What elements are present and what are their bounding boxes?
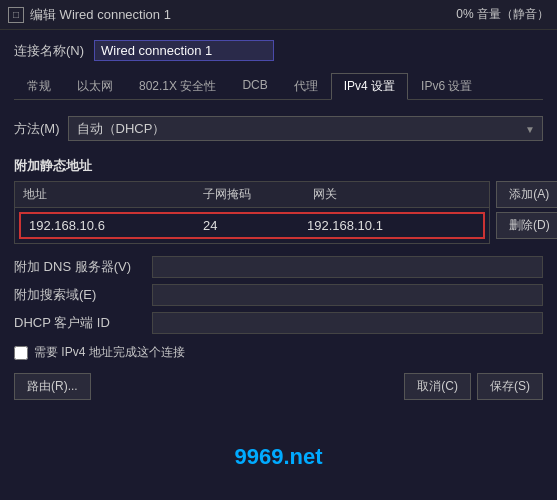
extra-fields: 附加 DNS 服务器(V) 附加搜索域(E) DHCP 客户端 ID (14, 256, 543, 334)
search-domain-label: 附加搜索域(E) (14, 286, 144, 304)
addr-input[interactable] (21, 214, 195, 237)
table-buttons: 添加(A) 删除(D) (496, 181, 557, 244)
search-domain-input[interactable] (152, 284, 543, 306)
tab-general[interactable]: 常规 (14, 73, 64, 99)
connection-name-row: 连接名称(N) (14, 40, 543, 61)
save-button[interactable]: 保存(S) (477, 373, 543, 400)
delete-button[interactable]: 删除(D) (496, 212, 557, 239)
checkbox-label: 需要 IPv4 地址完成这个连接 (34, 344, 185, 361)
col-header-gw: 网关 (305, 182, 489, 207)
tab-security[interactable]: 802.1X 安全性 (126, 73, 229, 99)
dns-server-input[interactable] (152, 256, 543, 278)
method-label: 方法(M) (14, 120, 60, 138)
dhcp-client-id-row: DHCP 客户端 ID (14, 312, 543, 334)
route-button[interactable]: 路由(R)... (14, 373, 91, 400)
window-title: 编辑 Wired connection 1 (30, 6, 171, 24)
main-content: 连接名称(N) 常规 以太网 802.1X 安全性 DCB 代理 IPv4 设置… (0, 30, 557, 500)
dns-server-label: 附加 DNS 服务器(V) (14, 258, 144, 276)
checkbox-row: 需要 IPv4 地址完成这个连接 (14, 344, 543, 361)
cancel-button[interactable]: 取消(C) (404, 373, 471, 400)
volume-indicator: 0% 音量（静音） (456, 6, 549, 23)
address-table: 地址 子网掩码 网关 (14, 181, 490, 244)
method-select[interactable]: 自动（DHCP） 手动 仅链路本地 共享到其他计算机 禁用 (68, 116, 544, 141)
dhcp-client-id-label: DHCP 客户端 ID (14, 314, 144, 332)
mask-input[interactable] (195, 214, 299, 237)
table-header: 地址 子网掩码 网关 (15, 182, 489, 208)
bottom-left: 路由(R)... (14, 373, 91, 400)
add-button[interactable]: 添加(A) (496, 181, 557, 208)
tab-ethernet[interactable]: 以太网 (64, 73, 126, 99)
table-row (19, 212, 485, 239)
col-header-addr: 地址 (15, 182, 195, 207)
static-address-section: 附加静态地址 地址 子网掩码 网关 (14, 157, 543, 244)
title-bar-left: □ 编辑 Wired connection 1 (8, 6, 171, 24)
bottom-row: 路由(R)... 取消(C) 保存(S) (14, 373, 543, 400)
static-address-title: 附加静态地址 (14, 157, 543, 175)
window-icon: □ (8, 7, 24, 23)
title-bar: □ 编辑 Wired connection 1 0% 音量（静音） (0, 0, 557, 30)
gw-input[interactable] (299, 214, 483, 237)
method-row: 方法(M) 自动（DHCP） 手动 仅链路本地 共享到其他计算机 禁用 (14, 116, 543, 141)
dhcp-client-id-input[interactable] (152, 312, 543, 334)
tabs-row: 常规 以太网 802.1X 安全性 DCB 代理 IPv4 设置 IPv6 设置 (14, 73, 543, 100)
table-with-buttons: 地址 子网掩码 网关 添加(A) 删除(D) (14, 181, 543, 244)
connection-name-label: 连接名称(N) (14, 42, 84, 60)
table-body (15, 208, 489, 243)
tab-dcb[interactable]: DCB (229, 73, 280, 99)
dns-server-row: 附加 DNS 服务器(V) (14, 256, 543, 278)
tab-proxy[interactable]: 代理 (281, 73, 331, 99)
tab-ipv4[interactable]: IPv4 设置 (331, 73, 408, 100)
tab-ipv6[interactable]: IPv6 设置 (408, 73, 485, 99)
bottom-right: 取消(C) 保存(S) (404, 373, 543, 400)
search-domain-row: 附加搜索域(E) (14, 284, 543, 306)
method-select-wrapper: 自动（DHCP） 手动 仅链路本地 共享到其他计算机 禁用 (68, 116, 544, 141)
ipv4-required-checkbox[interactable] (14, 346, 28, 360)
col-header-mask: 子网掩码 (195, 182, 305, 207)
connection-name-input[interactable] (94, 40, 274, 61)
